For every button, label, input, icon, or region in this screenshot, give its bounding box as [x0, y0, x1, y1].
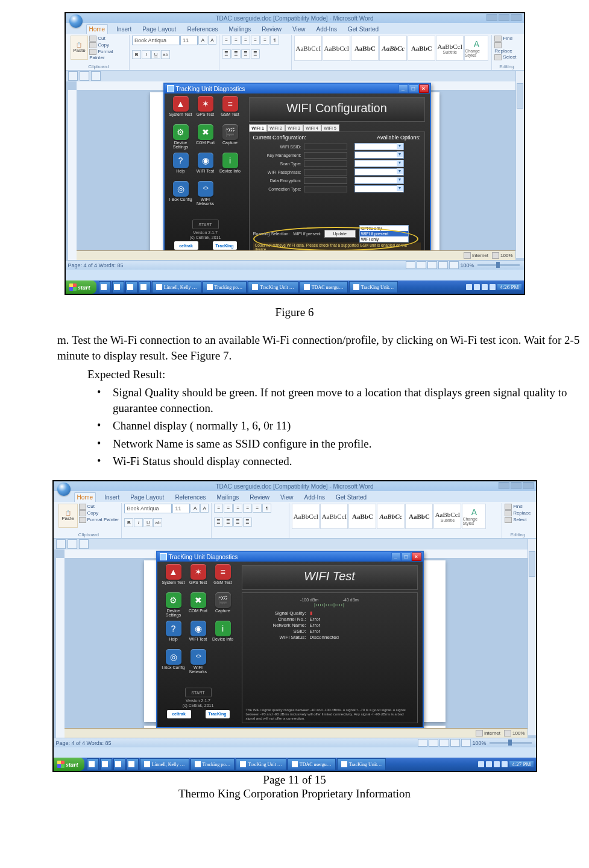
diag-icon-gps-test[interactable]: ✶GPS Test: [186, 564, 210, 592]
ribbon-tab-mailings[interactable]: Mailings: [227, 25, 254, 34]
maximize-button[interactable]: [511, 482, 521, 489]
style-box[interactable]: AaBbCc: [379, 36, 407, 61]
taskbar-item[interactable]: TDAC usergu…: [300, 281, 348, 293]
diag-icon-gps-test[interactable]: ✶GPS Test: [194, 96, 218, 124]
taskbar-quicklaunch[interactable]: [125, 281, 137, 293]
diag-icon-help[interactable]: ?Help: [169, 153, 193, 180]
roaming-select[interactable]: GPRS only WIFI if present WIFI only: [359, 225, 409, 242]
qat-icon[interactable]: [68, 539, 77, 549]
change-styles-button[interactable]: AChange Styles: [464, 36, 488, 61]
style-box[interactable]: AaBbC: [408, 36, 435, 61]
style-box[interactable]: AaBbCcI: [294, 36, 322, 61]
office-orb[interactable]: [69, 14, 83, 28]
diag-icon-help[interactable]: ?Help: [162, 621, 186, 648]
find-button[interactable]: Find: [494, 36, 518, 42]
diag-icon-device-settings[interactable]: ⚙Device Settings: [162, 592, 186, 620]
taskbar-item[interactable]: TracKing Unit…: [349, 281, 398, 293]
tray-icon[interactable]: [474, 284, 480, 290]
ribbon-tab-pagelayout[interactable]: Page Layout: [128, 493, 166, 502]
start-button[interactable]: start: [66, 280, 96, 294]
ribbon-tab-insert[interactable]: Insert: [102, 493, 122, 502]
select-button[interactable]: Select: [505, 517, 531, 523]
ribbon-tab-getstarted[interactable]: Get Started: [345, 25, 381, 34]
ribbon-tab-review[interactable]: Review: [259, 25, 284, 34]
config-select[interactable]: [354, 185, 404, 192]
diag-minimize-button[interactable]: _: [391, 553, 401, 561]
select-button[interactable]: Select: [494, 54, 518, 60]
ribbon-tab-pagelayout[interactable]: Page Layout: [140, 25, 178, 34]
style-box[interactable]: AaBbC: [351, 36, 379, 61]
zoom-slider[interactable]: [477, 264, 520, 266]
qat-icon[interactable]: [79, 539, 89, 549]
view-print-layout-icon[interactable]: [406, 261, 415, 269]
diag-icon-i-box-config[interactable]: ◎I-Box Config: [162, 649, 186, 677]
wifi-tab-1[interactable]: WIFI 1: [249, 124, 267, 131]
diag-icon-wifi-test[interactable]: ◉WIFI Test: [186, 621, 210, 648]
config-select[interactable]: [354, 143, 404, 150]
copy-button[interactable]: Copy: [79, 510, 119, 516]
diag-start-button[interactable]: START: [185, 688, 212, 697]
diag-icon-com-port[interactable]: ✖COM Port: [186, 592, 210, 620]
vertical-scrollbar[interactable]: [515, 71, 524, 258]
config-select[interactable]: [354, 177, 404, 184]
view-full-screen-icon[interactable]: [417, 261, 426, 269]
diag-icon-capture[interactable]: 🎬Capture: [218, 124, 242, 152]
tray-icon[interactable]: [466, 284, 472, 290]
wifi-tab-4[interactable]: WIFI 4: [303, 124, 321, 131]
diag-icon-system-test[interactable]: ▲System Test: [169, 96, 193, 124]
tray-icon[interactable]: [490, 284, 496, 290]
taskbar-item[interactable]: TracKing Unit…: [337, 758, 386, 770]
ribbon-tab-view[interactable]: View: [290, 25, 308, 34]
paste-button[interactable]: 📋Paste: [58, 504, 78, 528]
diag-icon-wifi-networks[interactable]: ⌔WIFI Networks: [186, 649, 210, 677]
taskbar-item[interactable]: Linnell, Kelly …: [152, 281, 201, 293]
maximize-button[interactable]: [499, 14, 509, 21]
diag-maximize-button[interactable]: □: [402, 553, 411, 561]
qat-icon[interactable]: [56, 539, 66, 549]
wifi-tab-3[interactable]: WIFI 3: [285, 124, 303, 131]
cut-button[interactable]: Cut: [79, 504, 119, 510]
view-outline-icon[interactable]: [438, 261, 448, 269]
diag-icon-device-info[interactable]: iDevice Info: [211, 621, 235, 648]
strike-button[interactable]: ab: [161, 50, 170, 59]
taskbar-quicklaunch[interactable]: [87, 758, 99, 770]
ribbon-tab-view[interactable]: View: [278, 493, 296, 502]
style-box[interactable]: AaBbCcISubtitle: [436, 36, 464, 61]
zoom-slider[interactable]: [490, 742, 532, 744]
replace-button[interactable]: Replace: [505, 510, 531, 516]
font-size-combo[interactable]: 11: [172, 504, 190, 513]
ribbon-tab-references[interactable]: References: [172, 493, 208, 502]
vertical-scrollbar[interactable]: [528, 539, 536, 735]
diag-icon-device-info[interactable]: iDevice Info: [218, 153, 242, 180]
replace-button[interactable]: Replace: [494, 42, 518, 54]
qat-undo-icon[interactable]: [80, 71, 89, 81]
tray-icon[interactable]: [482, 284, 488, 290]
diag-maximize-button[interactable]: □: [409, 84, 418, 93]
start-button[interactable]: start: [54, 758, 84, 771]
diag-close-button[interactable]: ×: [412, 553, 421, 561]
diag-icon-wifi-test[interactable]: ◉WIFI Test: [194, 153, 218, 180]
diag-icon-gsm-test[interactable]: ≡GSM Test: [218, 96, 242, 124]
taskbar-item[interactable]: TracKing Unit …: [236, 758, 286, 770]
diag-close-button[interactable]: ×: [419, 84, 429, 93]
diag-icon-com-port[interactable]: ✖COM Port: [194, 124, 218, 152]
paste-button[interactable]: 📋Paste: [71, 36, 89, 60]
ribbon-tab-home[interactable]: Home: [74, 492, 96, 502]
office-orb[interactable]: [57, 483, 71, 496]
taskbar-quicklaunch[interactable]: [112, 281, 124, 293]
style-box[interactable]: AaBbCcI: [323, 36, 350, 61]
close-button[interactable]: [523, 482, 534, 489]
minimize-button[interactable]: [499, 482, 509, 489]
update-button[interactable]: Update: [324, 230, 356, 238]
view-web-icon[interactable]: [427, 261, 437, 269]
taskbar-quicklaunch[interactable]: [99, 281, 111, 293]
ribbon-tab-addins[interactable]: Add-Ins: [314, 25, 339, 34]
diag-icon-system-test[interactable]: ▲System Test: [162, 564, 186, 592]
copy-button[interactable]: Copy: [89, 42, 127, 48]
taskbar-item[interactable]: TDAC usergu…: [288, 758, 336, 770]
minimize-button[interactable]: [487, 14, 497, 21]
font-name-combo[interactable]: Book Antiqua: [124, 504, 172, 513]
qat-save-icon[interactable]: [68, 71, 78, 81]
close-button[interactable]: [511, 14, 521, 21]
ribbon-tab-getstarted[interactable]: Get Started: [333, 493, 369, 502]
